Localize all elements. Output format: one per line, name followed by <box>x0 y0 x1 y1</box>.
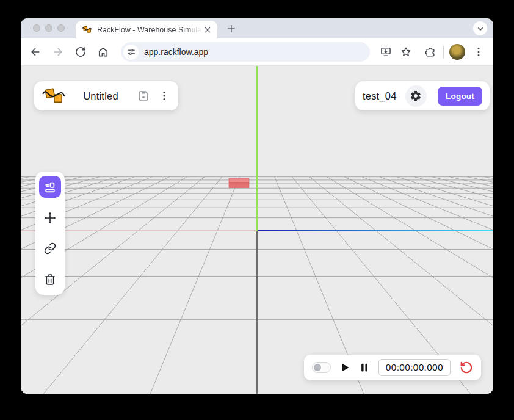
star-icon <box>400 46 412 58</box>
browser-window: RackFlow - Warehouse Simula <box>21 18 493 394</box>
toolbar-divider <box>443 46 444 58</box>
play-icon <box>339 361 351 374</box>
profile-avatar[interactable] <box>449 44 465 60</box>
trash-icon <box>44 273 56 286</box>
chevron-down-icon <box>476 24 485 34</box>
restart-icon <box>460 361 473 374</box>
logout-button[interactable]: Logout <box>438 87 482 106</box>
arrow-left-icon <box>29 46 42 58</box>
rack-tool-button[interactable] <box>39 176 61 198</box>
home-button[interactable] <box>96 45 110 59</box>
settings-button[interactable] <box>405 85 427 107</box>
extensions-button[interactable] <box>423 45 438 59</box>
install-icon <box>380 46 392 58</box>
link-tool-button[interactable] <box>39 237 61 259</box>
scene-viewport[interactable]: Untitled test_04 Logout <box>21 66 493 394</box>
playback-bar: 00:00:00.000 <box>304 355 481 380</box>
pause-icon <box>359 362 370 373</box>
browser-tab[interactable]: RackFlow - Warehouse Simula <box>76 21 217 38</box>
window-zoom-button[interactable] <box>57 24 65 32</box>
puzzle-icon <box>424 46 436 58</box>
new-tab-button[interactable] <box>225 22 238 35</box>
playback-toggle[interactable] <box>312 362 331 373</box>
username-text: test_04 <box>363 90 397 102</box>
forward-button[interactable] <box>51 45 65 59</box>
project-title[interactable]: Untitled <box>65 90 136 102</box>
address-bar[interactable]: app.rackflow.app <box>121 42 370 62</box>
tune-icon <box>126 47 136 57</box>
red-box-front <box>229 183 249 188</box>
arrow-right-icon <box>52 46 64 58</box>
back-button[interactable] <box>28 45 43 59</box>
reload-icon <box>74 46 87 58</box>
delete-tool-button[interactable] <box>39 269 61 291</box>
tab-close-icon[interactable] <box>202 24 212 35</box>
kebab-icon <box>472 46 485 58</box>
traffic-lights <box>33 24 65 32</box>
pause-button[interactable] <box>359 361 371 374</box>
time-display[interactable]: 00:00:00.000 <box>378 359 451 376</box>
red-box-top <box>229 179 249 183</box>
move-tool-button[interactable] <box>39 207 61 229</box>
move-icon <box>43 211 57 225</box>
tab-title: RackFlow - Warehouse Simula <box>97 26 202 34</box>
project-card: Untitled <box>34 81 178 110</box>
grid-canvas[interactable] <box>21 66 493 394</box>
link-icon <box>44 242 56 255</box>
gear-icon <box>410 90 422 102</box>
tool-palette <box>35 172 65 295</box>
install-app-button[interactable] <box>378 45 393 59</box>
rack-icon <box>43 180 57 194</box>
bookmark-button[interactable] <box>399 45 413 59</box>
save-button[interactable] <box>136 89 151 103</box>
window-minimize-button[interactable] <box>45 24 52 32</box>
site-settings-button[interactable] <box>123 45 139 60</box>
window-close-button[interactable] <box>33 24 40 32</box>
reload-button[interactable] <box>73 45 88 59</box>
screen-background: RackFlow - Warehouse Simula <box>0 0 514 420</box>
kebab-icon <box>158 90 170 102</box>
restart-button[interactable] <box>460 360 473 375</box>
browser-menu-button[interactable] <box>471 45 486 59</box>
account-card: test_04 Logout <box>355 81 490 110</box>
tab-strip: RackFlow - Warehouse Simula <box>21 18 493 38</box>
browser-toolbar: app.rackflow.app <box>21 38 493 66</box>
url-text: app.rackflow.app <box>144 47 208 57</box>
app-favicon-icon <box>82 25 92 34</box>
project-menu-button[interactable] <box>158 89 170 103</box>
home-icon <box>97 46 109 58</box>
save-icon <box>137 89 150 103</box>
app-logo-icon <box>42 86 65 106</box>
toggle-knob <box>314 364 321 371</box>
plus-icon <box>226 23 237 34</box>
play-button[interactable] <box>339 361 351 374</box>
tab-search-button[interactable] <box>473 21 487 35</box>
